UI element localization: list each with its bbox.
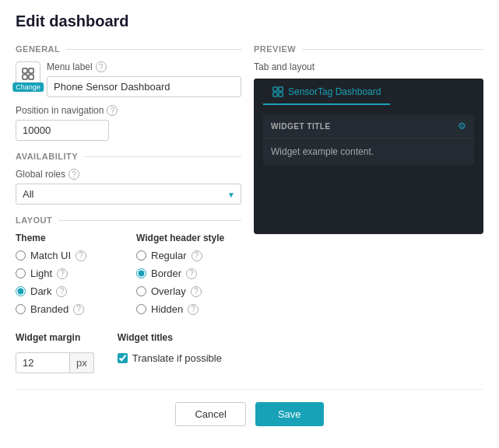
svg-rect-0 — [23, 68, 27, 73]
preview-widget-header: WIDGET TITLE ⚙ — [263, 114, 474, 138]
widget-margin-label: Widget margin — [16, 332, 94, 343]
theme-match-ui-label: Match UI — [30, 250, 71, 261]
widget-header-col-label: Widget header style — [136, 233, 241, 243]
header-border-label: Border — [151, 268, 181, 279]
preview-content: WIDGET TITLE ⚙ Widget example content. — [254, 105, 483, 174]
theme-branded-help[interactable]: ? — [73, 304, 84, 315]
header-hidden-help[interactable]: ? — [188, 304, 199, 315]
svg-rect-5 — [279, 87, 283, 91]
svg-rect-2 — [23, 75, 27, 79]
menu-label-fields: Menu label ? — [47, 61, 241, 97]
general-section-label: GENERAL — [16, 44, 241, 54]
layout-section-label: LAYOUT — [16, 215, 241, 225]
svg-rect-3 — [29, 75, 33, 79]
preview-tab-bar: SensorTag Dashboard — [254, 79, 483, 105]
layout-section: LAYOUT Theme Match UI ? Light — [16, 215, 241, 373]
theme-branded: Branded ? — [16, 303, 121, 315]
menu-label-input[interactable] — [47, 76, 241, 97]
preview-section-label: PREVIEW — [254, 44, 483, 54]
layout-columns: Theme Match UI ? Light ? — [16, 233, 241, 321]
widget-titles-field: Widget titles Translate if possible — [118, 332, 222, 364]
preview-dashboard: SensorTag Dashboard WIDGET TITLE ⚙ Widge… — [254, 79, 483, 234]
theme-branded-label: Branded — [30, 303, 69, 315]
header-overlay-radio[interactable] — [136, 286, 146, 296]
header-border: Border ? — [136, 268, 241, 279]
cancel-button[interactable]: Cancel — [175, 402, 245, 426]
translate-label: Translate if possible — [132, 352, 222, 364]
global-roles-help-icon[interactable]: ? — [69, 169, 79, 180]
preview-tab-name: SensorTag Dashboard — [288, 86, 381, 97]
preview-widget: WIDGET TITLE ⚙ Widget example content. — [263, 114, 474, 165]
widget-margin-row: Widget margin px Widget titles Translate… — [16, 332, 241, 373]
svg-rect-4 — [273, 87, 277, 91]
theme-match-ui: Match UI ? — [16, 250, 121, 261]
header-regular-label: Regular — [151, 250, 187, 261]
menu-label-label: Menu label ? — [47, 61, 241, 72]
preview-widget-body: Widget example content. — [263, 138, 474, 165]
header-hidden-radio[interactable] — [136, 304, 146, 314]
menu-label-help-icon[interactable]: ? — [96, 61, 107, 72]
header-regular-radio[interactable] — [136, 250, 146, 261]
theme-light-radio[interactable] — [16, 268, 26, 278]
header-regular-help[interactable]: ? — [192, 250, 202, 261]
bottom-bar: Cancel Save — [16, 389, 483, 432]
global-roles-label: Global roles ? — [16, 169, 241, 180]
preview-gear-icon: ⚙ — [458, 121, 466, 131]
widget-margin-input-row: px — [16, 352, 94, 373]
global-roles-field: Global roles ? All Admin Editor Viewer ▼ — [16, 169, 241, 205]
theme-branded-radio[interactable] — [16, 304, 26, 314]
change-badge[interactable]: Change — [12, 82, 44, 92]
header-overlay: Overlay ? — [136, 285, 241, 297]
header-hidden-label: Hidden — [151, 303, 183, 315]
preview-sublabel: Tab and layout — [254, 61, 483, 72]
theme-light: Light ? — [16, 268, 121, 279]
dashboard-icon-box: Change — [16, 61, 40, 86]
position-field-group: Position in navigation ? — [16, 105, 241, 141]
translate-checkbox[interactable] — [118, 353, 128, 363]
theme-match-ui-help[interactable]: ? — [76, 250, 86, 261]
widget-margin-field: Widget margin px — [16, 332, 94, 373]
global-roles-select-wrapper: All Admin Editor Viewer ▼ — [16, 184, 241, 205]
position-label: Position in navigation ? — [16, 105, 241, 116]
widget-margin-unit: px — [70, 352, 94, 373]
preview-widget-title: WIDGET TITLE — [271, 122, 331, 131]
theme-light-label: Light — [30, 268, 52, 279]
menu-label-row: Change Menu label ? — [16, 61, 241, 97]
global-roles-select[interactable]: All Admin Editor Viewer — [16, 184, 241, 205]
save-button[interactable]: Save — [255, 402, 324, 426]
theme-light-help[interactable]: ? — [57, 268, 68, 279]
header-border-help[interactable]: ? — [186, 268, 197, 279]
theme-column: Theme Match UI ? Light ? — [16, 233, 121, 321]
widget-header-column: Widget header style Regular ? Border ? — [136, 233, 241, 321]
availability-section-label: AVAILABILITY — [16, 152, 241, 161]
page-title: Edit dashboard — [16, 12, 483, 30]
header-hidden: Hidden ? — [136, 303, 241, 315]
theme-dark-help[interactable]: ? — [56, 286, 67, 297]
position-input[interactable] — [16, 120, 109, 141]
translate-checkbox-row: Translate if possible — [118, 352, 222, 364]
availability-section: AVAILABILITY Global roles ? All Admin Ed… — [16, 152, 241, 205]
header-overlay-label: Overlay — [151, 285, 186, 297]
svg-rect-1 — [29, 68, 33, 73]
widget-margin-input[interactable] — [16, 352, 70, 373]
theme-dark-label: Dark — [30, 285, 51, 297]
widget-titles-label: Widget titles — [118, 332, 222, 343]
header-overlay-help[interactable]: ? — [191, 286, 202, 297]
svg-rect-7 — [279, 93, 283, 96]
theme-dark-radio[interactable] — [16, 286, 26, 296]
header-regular: Regular ? — [136, 250, 241, 261]
svg-rect-6 — [273, 93, 277, 96]
header-border-radio[interactable] — [136, 268, 146, 278]
left-panel: GENERAL Change Menu label ? — [16, 44, 241, 373]
preview-tab: SensorTag Dashboard — [263, 79, 390, 105]
position-help-icon[interactable]: ? — [107, 105, 118, 116]
theme-dark: Dark ? — [16, 285, 121, 297]
preview-panel: PREVIEW Tab and layout SensorTag Dashboa… — [254, 44, 483, 373]
theme-match-ui-radio[interactable] — [16, 250, 26, 261]
theme-col-label: Theme — [16, 233, 121, 243]
